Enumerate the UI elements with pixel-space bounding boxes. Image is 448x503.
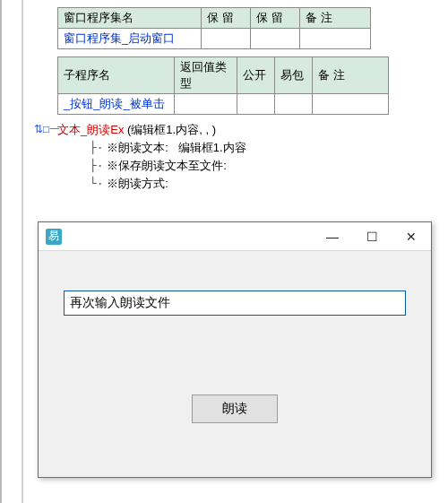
table-cell[interactable] [313,94,389,115]
subroutine-table: 子程序名 返回值类型 公开 易包 备 注 _按钮_朗读_被单击 [57,56,389,115]
table-cell[interactable] [237,94,275,115]
param-label: ※朗读方式: [107,177,168,190]
editor-gutter [0,0,23,503]
table-row[interactable]: _按钮_朗读_被单击 [58,94,389,115]
text-input[interactable] [64,291,406,316]
table-header: 保 留 [251,8,300,29]
table-cell[interactable] [251,29,300,49]
speak-button[interactable]: 朗读 [192,395,278,423]
close-button[interactable]: ✕ [392,222,431,251]
window-client-area: 朗读 [39,251,431,423]
titlebar[interactable]: 易 — ☐ ✕ [39,222,431,251]
code-line[interactable]: ├· ※朗读文本: 编辑框1.内容 [90,140,434,156]
maximize-button[interactable]: ☐ [352,222,392,251]
tree-branch-icon: ├· [90,141,104,154]
code-line[interactable]: └· ※朗读方式: [90,176,434,192]
table-cell[interactable] [175,94,237,115]
window-assembly-table: 窗口程序集名 保 留 保 留 备 注 窗口程序集_启动窗口 [57,7,371,49]
table-header: 子程序名 [58,57,175,94]
assembly-name-cell[interactable]: 窗口程序集_启动窗口 [58,29,202,49]
table-cell[interactable] [275,94,313,115]
table-header: 窗口程序集名 [58,8,202,29]
table-header: 返回值类型 [175,57,237,94]
code-line[interactable]: 文本_朗读Ex (编辑框1.内容, , ) [57,122,434,138]
table-header: 备 注 [300,8,371,29]
tree-branch-icon: ├· [90,159,104,172]
code-line[interactable]: ├· ※保存朗读文本至文件: [90,158,434,174]
minimize-button[interactable]: — [313,222,352,251]
breakpoint-marker-icon[interactable]: ⇅□一 [34,122,60,137]
param-label: ※朗读文本: [107,141,168,154]
runtime-window: 易 — ☐ ✕ 朗读 [38,221,432,478]
function-args: (编辑框1.内容, , ) [127,123,216,136]
table-row[interactable]: 窗口程序集_启动窗口 [58,29,371,49]
table-header: 备 注 [313,57,389,94]
table-cell[interactable] [202,29,251,49]
code-editor-content: 窗口程序集名 保 留 保 留 备 注 窗口程序集_启动窗口 子程序名 返回值类型… [25,0,448,192]
subroutine-name-cell[interactable]: _按钮_朗读_被单击 [58,94,175,115]
function-call: 文本_朗读Ex [57,123,124,136]
table-header: 公开 [237,57,275,94]
table-header: 易包 [275,57,313,94]
app-icon: 易 [46,229,62,245]
table-header: 保 留 [202,8,251,29]
tree-end-icon: └· [90,177,104,190]
param-value: 编辑框1.内容 [178,141,246,154]
param-label: ※保存朗读文本至文件: [107,159,227,172]
table-cell[interactable] [300,29,371,49]
